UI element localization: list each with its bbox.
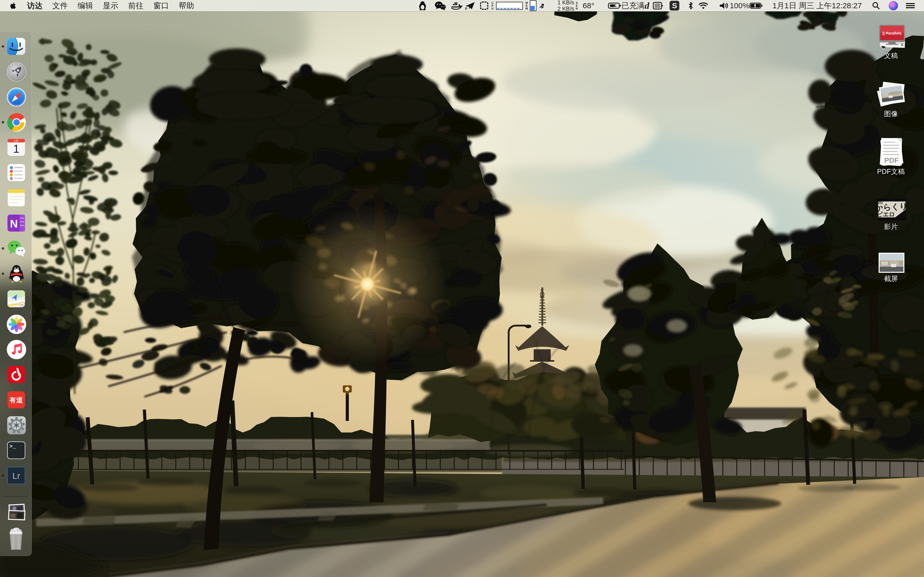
- svg-text:N: N: [10, 218, 18, 230]
- svg-text:>_: >_: [9, 443, 16, 450]
- svg-text:ピエロ: ピエロ: [877, 211, 895, 218]
- svg-text:|| Parallels: || Parallels: [882, 31, 901, 35]
- svg-text:Lr: Lr: [12, 471, 20, 481]
- svg-text:PDF: PDF: [884, 156, 899, 164]
- svg-text:有道: 有道: [9, 396, 23, 404]
- svg-text:1月: 1月: [14, 139, 19, 143]
- svg-text:3D: 3D: [21, 303, 24, 306]
- svg-text:1: 1: [13, 142, 19, 155]
- svg-text:P: P: [465, 7, 467, 10]
